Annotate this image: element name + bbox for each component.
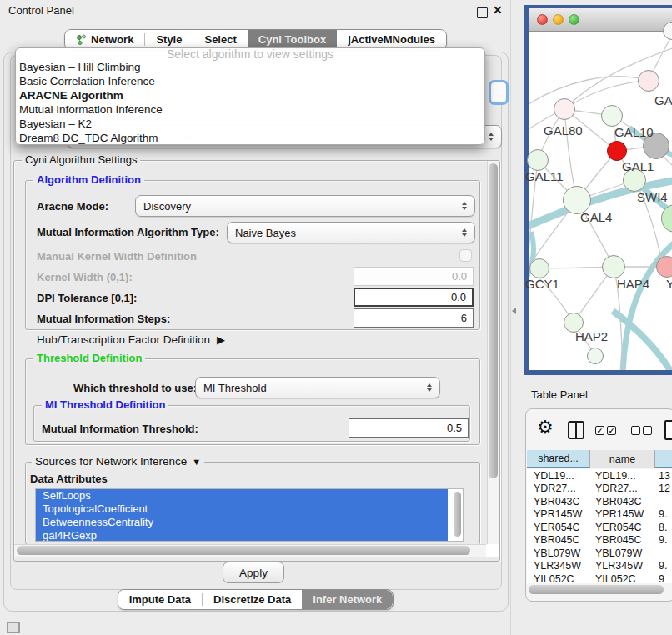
- algorithm-popup-prompt: Select algorithm to view settings: [16, 48, 484, 60]
- cell-shared-name: YBR043C: [527, 496, 590, 508]
- network-window-titlebar[interactable]: [529, 8, 672, 32]
- table-row[interactable]: YDR27... YDR27... 12: [527, 482, 672, 496]
- network-node[interactable]: [527, 149, 549, 171]
- column-header-name[interactable]: name: [590, 450, 655, 468]
- table-horizontal-scrollbar-thumb[interactable]: [529, 585, 664, 594]
- tab-select[interactable]: Select: [193, 30, 247, 49]
- cell-value: 9: [655, 573, 672, 583]
- network-node[interactable]: [601, 105, 623, 127]
- algorithm-popup-item-selected[interactable]: ARACNE Algorithm: [16, 88, 484, 102]
- algorithm-popup-item[interactable]: Basic Correlation Inference: [16, 74, 484, 88]
- table-panel-title: Table Panel: [531, 388, 588, 401]
- tab-infer-network[interactable]: Infer Network: [302, 590, 393, 609]
- mi-threshold-field[interactable]: 0.5: [349, 418, 469, 438]
- select-all-checkboxes-icon[interactable]: ✓ ✓: [595, 426, 616, 435]
- kernel-width-field[interactable]: 0.0: [354, 267, 474, 286]
- hub-transcription-factor-expander[interactable]: Hub/Transcription Factor Definition ▶: [37, 333, 225, 346]
- settings-horizontal-scrollbar-thumb[interactable]: [17, 546, 470, 555]
- tab-select-label: Select: [204, 33, 236, 46]
- node-label: GAL11: [525, 169, 564, 183]
- network-node[interactable]: [587, 348, 604, 364]
- network-node[interactable]: [656, 256, 672, 278]
- table-row[interactable]: YDL19... YDL19... 13: [527, 469, 672, 482]
- cell-shared-name: YER054C: [527, 522, 590, 533]
- which-threshold-combobox[interactable]: MI Threshold: [195, 377, 440, 398]
- tab-cyni-toolbox[interactable]: Cyni Toolbox: [248, 30, 337, 49]
- network-node[interactable]: [529, 258, 549, 278]
- tab-jactivemnodules[interactable]: jActiveMNodules: [337, 30, 446, 49]
- table-row[interactable]: YPR145W YPR145W 9.: [527, 508, 672, 522]
- list-item[interactable]: TopologicalCoefficient: [36, 502, 448, 516]
- cell-name: YPR145W: [590, 508, 655, 520]
- table-row[interactable]: YBR045C YBR045C 9.: [527, 534, 672, 548]
- table-row[interactable]: YLR345W YLR345W 9.: [527, 560, 672, 573]
- network-node[interactable]: [638, 70, 659, 92]
- new-table-icon[interactable]: [664, 420, 672, 440]
- gear-icon[interactable]: ⚙: [537, 417, 554, 438]
- deselect-all-checkboxes-icon[interactable]: [631, 426, 652, 435]
- network-icon: [76, 34, 87, 45]
- algorithm-definition-title: Algorithm Definition: [33, 174, 144, 186]
- network-node[interactable]: [554, 98, 575, 120]
- tab-discretize-data[interactable]: Discretize Data: [203, 590, 302, 609]
- dpi-tolerance-field[interactable]: 0.0: [354, 288, 474, 307]
- algorithm-popup-item[interactable]: Bayesian – K2: [16, 117, 484, 131]
- tab-impute-data[interactable]: Impute Data: [118, 590, 202, 609]
- apply-button[interactable]: Apply: [223, 562, 284, 583]
- list-item[interactable]: BetweennessCentrality: [36, 516, 448, 529]
- table-row[interactable]: YBR043C YBR043C: [527, 495, 672, 508]
- node-label: Y: [666, 277, 672, 291]
- column-header-partial[interactable]: [655, 450, 672, 468]
- tab-network[interactable]: Network: [65, 30, 144, 49]
- manual-kernel-width-checkbox[interactable]: [459, 249, 472, 262]
- cell-shared-name: YLR345W: [527, 560, 590, 572]
- close-icon[interactable]: ✕: [493, 3, 503, 17]
- mi-algorithm-type-combobox[interactable]: Naive Bayes: [227, 222, 475, 243]
- node-label: GAL10: [614, 125, 654, 139]
- table-row[interactable]: YBL079W YBL079W: [527, 547, 672, 560]
- apply-button-label: Apply: [239, 567, 268, 579]
- network-node[interactable]: [602, 255, 625, 278]
- collapse-down-icon: ▼: [192, 456, 201, 468]
- cell-name: YBL079W: [590, 548, 655, 559]
- settings-vertical-scrollbar-thumb[interactable]: [489, 163, 498, 478]
- list-item[interactable]: SelfLoops: [36, 489, 448, 502]
- node-label: GAL4: [580, 210, 612, 224]
- splitter-collapse-icon[interactable]: [512, 308, 516, 314]
- sources-group-title[interactable]: Sources for Network Inference ▼: [32, 456, 204, 468]
- aracne-mode-combobox[interactable]: Discovery: [135, 195, 475, 217]
- mi-steps-value: 6: [461, 312, 467, 324]
- mi-steps-field[interactable]: 6: [354, 308, 474, 328]
- float-window-icon[interactable]: [477, 8, 488, 18]
- collapsed-panel-icon[interactable]: [7, 622, 20, 633]
- tab-style[interactable]: Style: [145, 30, 193, 49]
- checked-checkbox-icon: ✓: [607, 426, 616, 435]
- minimize-traffic-light-icon[interactable]: [553, 14, 564, 25]
- close-traffic-light-icon[interactable]: [537, 14, 548, 25]
- hub-transcription-factor-label: Hub/Transcription Factor Definition: [37, 333, 210, 346]
- node-label: GAL1: [622, 159, 654, 173]
- list-item[interactable]: gal4RGexp: [36, 529, 448, 542]
- cell-shared-name: YDL19...: [527, 470, 590, 482]
- columns-icon[interactable]: [568, 421, 584, 439]
- control-panel-titlebar: Control Panel ✕: [0, 0, 511, 22]
- table-row[interactable]: YIL052C YIL052C 9: [527, 572, 672, 583]
- zoom-traffic-light-icon[interactable]: [569, 14, 579, 25]
- mi-algorithm-type-label: Mutual Information Algorithm Type:: [37, 226, 219, 238]
- column-header-shared-name[interactable]: shared...: [527, 450, 590, 468]
- cyni-bottom-tabbar: Impute Data Discretize Data Infer Networ…: [0, 589, 511, 610]
- dpi-tolerance-value: 0.0: [451, 291, 466, 303]
- mi-threshold-value: 0.5: [447, 422, 462, 434]
- cell-name: YDR27...: [590, 482, 655, 494]
- cell-value: 9.: [655, 508, 672, 520]
- mi-threshold-definition-title: MI Threshold Definition: [42, 399, 168, 411]
- algorithm-popup-item[interactable]: Bayesian – Hill Climbing: [16, 60, 484, 74]
- focused-button[interactable]: [489, 80, 509, 105]
- node-label: SWI4: [637, 190, 668, 204]
- stepper-arrows-icon: [489, 132, 494, 141]
- list-scrollbar-thumb[interactable]: [454, 492, 461, 537]
- network-node-selected[interactable]: [607, 141, 627, 161]
- algorithm-popup-item[interactable]: Dream8 DC_TDC Algorithm: [16, 131, 484, 145]
- algorithm-popup-item[interactable]: Mutual Information Inference: [16, 102, 484, 117]
- table-row[interactable]: YER054C YER054C 8.: [527, 521, 672, 534]
